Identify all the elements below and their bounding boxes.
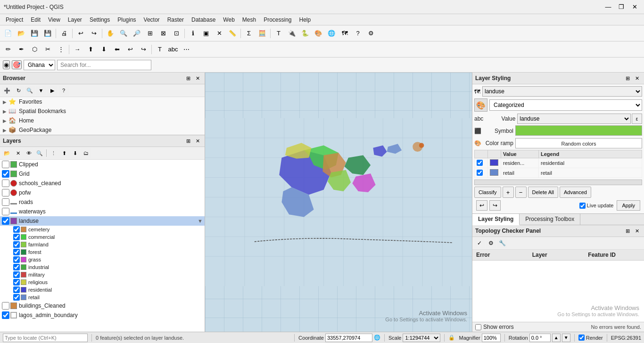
menu-view[interactable]: View: [44, 16, 64, 24]
topology-config-btn[interactable]: ⚙: [486, 238, 496, 248]
ls-apply-btn[interactable]: Apply: [617, 200, 640, 211]
menu-vector[interactable]: Vector: [140, 16, 164, 24]
statusbar-locate-input[interactable]: [3, 334, 88, 342]
rotation-input[interactable]: [529, 334, 551, 342]
layer-check-grid[interactable]: [2, 170, 9, 178]
sublayer-check-military[interactable]: [13, 271, 20, 278]
minimize-button[interactable]: —: [603, 3, 614, 11]
tb-new[interactable]: 📄: [2, 27, 14, 40]
tb-select[interactable]: ▣: [200, 27, 212, 40]
browser-filter-btn[interactable]: 🔍: [25, 85, 35, 96]
sublayer-residential[interactable]: residential: [0, 286, 205, 294]
sublayer-retail[interactable]: retail: [0, 294, 205, 301]
topology-wrench-btn[interactable]: 🔧: [497, 238, 507, 248]
tb-deselect[interactable]: ✕: [213, 27, 225, 40]
ls-remove-btn[interactable]: −: [515, 187, 527, 198]
browser-help-btn[interactable]: ?: [58, 85, 69, 96]
tb-identify[interactable]: ℹ: [187, 27, 199, 40]
menu-raster[interactable]: Raster: [164, 16, 188, 24]
tb-d14[interactable]: ⋯: [180, 43, 192, 56]
browser-close-btn[interactable]: ✕: [193, 74, 202, 82]
sublayer-farmland[interactable]: farmland: [0, 241, 205, 248]
ls-row-check-2[interactable]: [477, 170, 483, 176]
locator-country-select[interactable]: Ghana: [24, 60, 55, 70]
menu-edit[interactable]: Edit: [27, 16, 44, 24]
sublayer-forest[interactable]: forest: [0, 248, 205, 256]
tb-print[interactable]: 🖨: [58, 27, 70, 40]
tb-d11[interactable]: ↪: [137, 43, 149, 56]
table-row[interactable]: residen... residential: [475, 158, 642, 168]
sublayer-cemetery[interactable]: cemetery: [0, 226, 205, 233]
layers-group-btn[interactable]: 🗂: [81, 148, 91, 158]
magnifier-input[interactable]: [482, 334, 501, 342]
layer-item-roads[interactable]: roads: [0, 197, 205, 207]
tb-style1[interactable]: 🎨: [312, 27, 324, 40]
tb-redo[interactable]: ↪: [88, 27, 100, 40]
browser-refresh-btn[interactable]: ↻: [13, 85, 24, 96]
browser-item-favorites[interactable]: ▶ ⭐ Favorites: [0, 97, 205, 106]
layers-close-btn[interactable]: ✕: [193, 137, 202, 145]
locator-search-input[interactable]: [57, 60, 151, 70]
tb-d10[interactable]: ↩: [124, 43, 136, 56]
sublayer-check-forest[interactable]: [13, 249, 20, 255]
sublayer-check-commercial[interactable]: [13, 234, 20, 240]
maximize-button[interactable]: ❐: [616, 3, 627, 11]
ls-value-btn[interactable]: ε: [632, 114, 642, 124]
tb-zoomsel[interactable]: ⊡: [170, 27, 182, 40]
layer-check-buildings[interactable]: [2, 302, 9, 310]
ls-scrollbar[interactable]: [474, 180, 642, 185]
browser-collapse-btn[interactable]: ▼: [36, 85, 46, 96]
layers-remove-btn[interactable]: ✕: [13, 148, 23, 158]
tab-processing-toolbox[interactable]: Processing Toolbox: [520, 214, 580, 225]
layer-item-landuse[interactable]: landuse ▼: [0, 216, 205, 226]
tb-undo[interactable]: ↩: [74, 27, 87, 40]
menu-mesh[interactable]: Mesh: [239, 16, 260, 24]
ls-layer-select[interactable]: landuse: [482, 86, 642, 97]
ls-renderer-select[interactable]: Categorized: [489, 99, 642, 111]
tb-d5[interactable]: ⋮: [55, 43, 67, 56]
browser-float-btn[interactable]: ⊞: [184, 74, 192, 82]
tb-saveas[interactable]: 💾: [41, 27, 54, 40]
layers-open-btn[interactable]: 📂: [2, 148, 12, 158]
tb-zoomfull[interactable]: ⊞: [144, 27, 156, 40]
ls-float-btn[interactable]: ⊞: [623, 74, 632, 82]
tb-more[interactable]: ⚙: [365, 27, 377, 40]
menu-database[interactable]: Database: [188, 16, 219, 24]
loc-highlight[interactable]: 🎯: [12, 60, 22, 69]
ls-close-btn[interactable]: ✕: [633, 74, 641, 82]
sublayer-check-cemetery[interactable]: [13, 226, 20, 233]
layer-item-buildings[interactable]: buildings_Cleaned: [0, 301, 205, 310]
tb-save[interactable]: 💾: [28, 27, 41, 40]
tb-d12[interactable]: T: [154, 43, 166, 56]
layer-item-grid[interactable]: Grid: [0, 169, 205, 179]
layers-filter-btn[interactable]: 🔍: [34, 148, 45, 158]
ls-renderer-icon[interactable]: 🎨: [474, 98, 487, 112]
layers-more-btn[interactable]: ⋮: [48, 148, 58, 158]
layer-item-pofw[interactable]: pofw: [0, 188, 205, 197]
tb-pan[interactable]: ✋: [104, 27, 116, 40]
tb-d7[interactable]: ⬆: [84, 43, 97, 56]
scale-select[interactable]: 1:1294744: [403, 334, 440, 342]
layer-check-clipped[interactable]: [2, 161, 9, 168]
table-row[interactable]: retail retail: [475, 168, 642, 178]
menu-processing[interactable]: Processing: [260, 16, 295, 24]
ls-redo-btn[interactable]: ↪: [489, 200, 501, 211]
tb-sum[interactable]: Σ: [243, 27, 255, 40]
render-check[interactable]: [578, 335, 585, 341]
menu-layer[interactable]: Layer: [64, 16, 86, 24]
tb-label[interactable]: T: [272, 27, 285, 40]
tb-measure[interactable]: 📏: [226, 27, 239, 40]
layers-visible-btn[interactable]: 👁: [24, 148, 34, 158]
tb-open[interactable]: 📂: [15, 27, 27, 40]
tb-d13[interactable]: abc: [167, 43, 179, 56]
sublayer-check-grass[interactable]: [13, 256, 20, 263]
sublayer-grass[interactable]: grass: [0, 256, 205, 263]
menu-project[interactable]: Project: [2, 16, 27, 24]
tb-style2[interactable]: 🌐: [325, 27, 338, 40]
layer-check-waterways[interactable]: [2, 208, 9, 215]
layer-check-pofw[interactable]: [2, 189, 9, 196]
ls-row-check-1[interactable]: [477, 160, 483, 166]
layer-check-roads[interactable]: [2, 198, 9, 206]
layer-check-schools[interactable]: [2, 180, 9, 187]
rotation-up-btn[interactable]: ▲: [552, 334, 561, 342]
